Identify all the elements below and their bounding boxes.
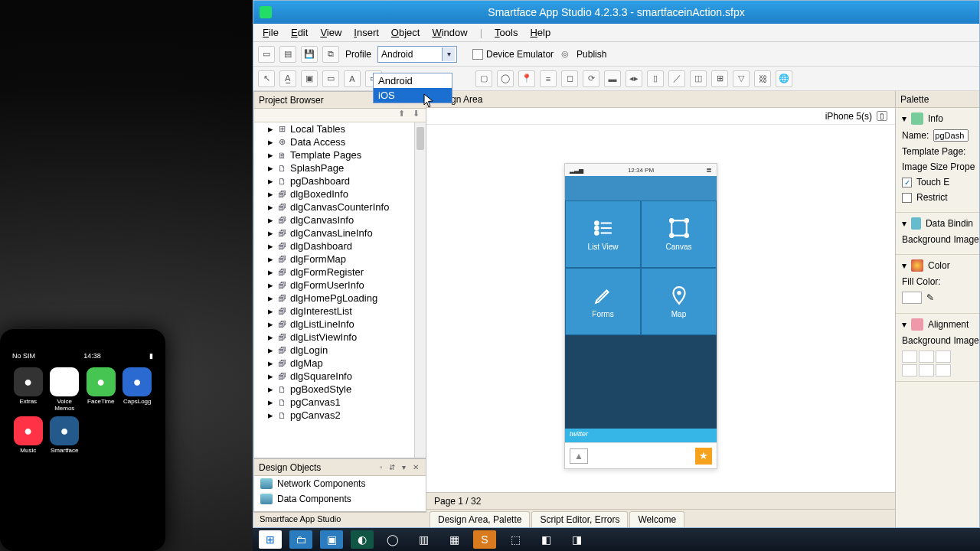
tool-text-icon[interactable]: A̲ [279,70,296,87]
menu-file[interactable]: File [258,25,283,40]
menu-help[interactable]: Help [525,25,555,40]
tree-scrollbar[interactable] [414,122,426,458]
tree-item[interactable]: ▸🗋pgBoxedStyle [254,383,414,396]
tool-pin-icon[interactable]: 📍 [518,70,535,87]
fill-color-swatch[interactable] [902,292,922,304]
menu-object[interactable]: Object [387,25,425,40]
tool-cursor-icon[interactable]: ↖ [258,70,275,87]
palette-color-header[interactable]: ▾Color [902,259,973,272]
taskbar-chrome-icon[interactable]: ◯ [381,530,404,549]
tab-script[interactable]: Script Editor, Errors [531,511,628,527]
menu-window[interactable]: Window [427,25,472,40]
tool-crop-icon[interactable]: ◫ [690,70,707,87]
phone-mockup[interactable]: ▂▃▅ 12:34 PM 〓 List View [564,163,717,469]
tool-tag-icon[interactable]: ◂▸ [626,70,642,87]
data-components[interactable]: Data Components [254,491,426,507]
tool-table-icon[interactable]: ⊞ [711,70,728,87]
profile-select[interactable]: Android [377,46,457,63]
tree-expand-icon[interactable]: ⬇ [413,109,420,122]
tree-item[interactable]: ▸🗊dlgLogin [254,344,414,357]
taskbar-app4-icon[interactable]: ▦ [443,530,466,549]
tree-item[interactable]: ▸🗊dlgCanvasInfo [254,214,414,227]
taskbar-explorer-icon[interactable]: 🗀 [289,530,312,549]
network-components[interactable]: Network Components [254,476,426,491]
tree-item[interactable]: ▸🗊dlgBoxedInfo [254,187,414,201]
device-icon[interactable]: ▯ [877,111,887,121]
tree-item[interactable]: ▸🗎Template Pages [254,148,414,161]
tile-canvas[interactable]: Canvas [641,201,717,268]
tree-item[interactable]: ▸🗊dlgListLineInfo [254,318,414,331]
tree-collapse-icon[interactable]: ⬆ [398,109,405,122]
publish-label[interactable]: Publish [577,49,606,60]
taskbar-app7-icon[interactable]: ◨ [565,530,588,549]
publish-icon[interactable]: ◎ [558,46,572,63]
tool-image-icon[interactable]: ▣ [301,70,318,87]
tool-line-icon[interactable]: ／ [668,70,685,87]
tool-refresh-icon[interactable]: ⟳ [583,70,599,87]
name-field[interactable] [933,129,969,142]
tree-item[interactable]: ▸⊕Data Access [254,135,414,148]
dropper-icon[interactable]: ✎ [926,292,934,303]
panel-pin-icons[interactable]: ▫ ⇵ ▾ ✕ [380,463,421,471]
palette-alignment-header[interactable]: ▾Alignment [902,318,973,331]
alignment-grid[interactable] [902,350,973,377]
profile-option-ios[interactable]: iOS [374,88,452,103]
tool-label-icon[interactable]: A [344,70,361,87]
tree-item[interactable]: ▸🗊dlgMap [254,357,414,370]
tool-panel-icon[interactable]: ▯ [647,70,664,87]
design-canvas[interactable]: ▂▃▅ 12:34 PM 〓 List View [426,125,895,492]
tree-item[interactable]: ▸🗊dlgHomePgLoading [254,292,414,305]
tree-item[interactable]: ▸🗋pgCanvas1 [254,396,414,409]
image-placeholder-icon[interactable]: ▲ [570,448,588,464]
taskbar-sublime-icon[interactable]: S [473,530,496,549]
tool-stop-icon[interactable]: ◻ [561,70,578,87]
taskbar-app3-icon[interactable]: ▥ [412,530,435,549]
tile-listview[interactable]: List View [565,201,641,268]
profile-option-android[interactable]: Android [374,73,452,88]
tree-item[interactable]: ▸🗊dlgCanvasLineInfo [254,227,414,240]
tree-item[interactable]: ▸🗋SplashPage [254,161,414,174]
tool-link-icon[interactable]: ⛓ [754,70,771,87]
project-tree[interactable]: ▸⊞Local Tables▸⊕Data Access▸🗎Template Pa… [254,122,426,458]
tile-forms[interactable]: Forms [565,268,641,335]
tree-item[interactable]: ▸⊞Local Tables [254,122,414,135]
tree-item[interactable]: ▸🗊dlgFormRegister [254,266,414,279]
menu-view[interactable]: View [315,25,346,40]
save-icon[interactable]: 💾 [301,46,318,63]
tool-ad-icon[interactable]: ▬ [604,70,621,87]
new-icon[interactable]: ▭ [258,46,275,63]
palette-databinding-header[interactable]: ▾Data Bindin [902,217,973,230]
palette-info-header[interactable]: ▾Info [902,112,973,125]
tool-list-icon[interactable]: ≡ [540,70,557,87]
tree-item[interactable]: ▸🗊dlgCanvasCounterInfo [254,201,414,214]
taskbar-app6-icon[interactable]: ◧ [534,530,557,549]
tree-item[interactable]: ▸🗊dlgFormMap [254,253,414,266]
device-name[interactable]: iPhone 5(s) [825,111,872,122]
tool-rect-icon[interactable]: ▭ [322,70,339,87]
taskbar-app-icon[interactable]: ▣ [320,530,343,549]
profile-dropdown[interactable]: Android iOS [373,73,452,103]
tree-item[interactable]: ▸🗋pgCanvas2 [254,409,414,422]
tree-item[interactable]: ▸🗊dlgFormUserInfo [254,279,414,292]
menu-edit[interactable]: Edit [286,25,312,40]
tree-item[interactable]: ▸🗊dlgDashboard [254,240,414,253]
touch-checkbox[interactable]: ✓ [902,178,912,187]
taskbar-app2-icon[interactable]: ◐ [351,530,374,549]
tree-item[interactable]: ▸🗊dlgSquareInfo [254,370,414,383]
saveall-icon[interactable]: ⧉ [322,46,339,63]
tool-globe-icon[interactable]: 🌐 [776,70,792,87]
tree-item[interactable]: ▸🗊dlgListViewInfo [254,331,414,344]
tree-item[interactable]: ▸🗋pgDashboard [254,174,414,187]
tool-monitor-icon[interactable]: ▢ [475,70,492,87]
tree-item[interactable]: ▸🗊dlgInterestList [254,305,414,318]
device-emulator-toggle[interactable]: Device Emulator [472,49,554,60]
restrict-checkbox[interactable] [902,193,912,203]
tile-map[interactable]: Map [641,268,717,335]
start-button[interactable]: ⊞ [259,530,282,549]
tab-design[interactable]: Design Area, Palette [430,511,530,527]
menu-insert[interactable]: Insert [349,25,384,40]
open-icon[interactable]: ▤ [279,46,296,63]
tab-welcome[interactable]: Welcome [629,511,684,527]
taskbar-app5-icon[interactable]: ⬚ [504,530,527,549]
tool-circle-icon[interactable]: ◯ [497,70,514,87]
